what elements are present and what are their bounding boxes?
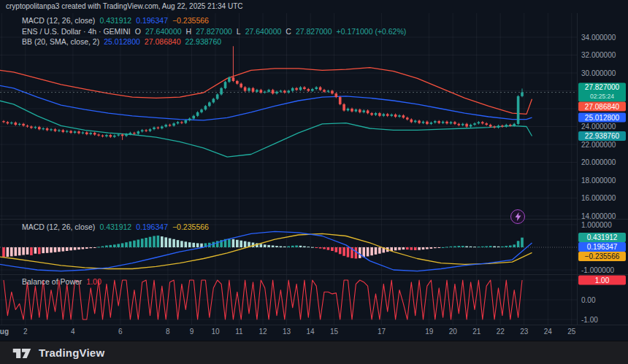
chart-svg[interactable]: Aug24689101112131415171920212223242534.0… bbox=[0, 0, 628, 341]
time-axis-label: 8 bbox=[166, 328, 170, 336]
macd-top-hist-value: 0.431912 bbox=[99, 16, 131, 25]
footer-brand-text[interactable]: TradingView bbox=[39, 346, 104, 359]
axis-badge[interactable]: 0.196347 bbox=[578, 242, 626, 252]
tradingview-logo[interactable] bbox=[12, 344, 32, 362]
time-axis-label: Aug bbox=[0, 328, 9, 336]
axis-tick-label: 22.000000 bbox=[581, 141, 616, 149]
macd-pane-signal-value: −0.235566 bbox=[172, 222, 209, 231]
bop-value: 1.00 bbox=[86, 277, 101, 286]
axis-badge[interactable]: 27.82700002:25:24 bbox=[578, 83, 626, 102]
macd-top-macd-value: 0.196347 bbox=[136, 16, 168, 25]
svg-text:−0.235566: −0.235566 bbox=[585, 252, 620, 260]
axis-tick-label: 18.000000 bbox=[581, 177, 616, 185]
time-axis-label: 17 bbox=[378, 328, 386, 336]
axis-tick-label: 14.000000 bbox=[581, 212, 616, 220]
low-label: L bbox=[237, 27, 241, 36]
macd-line[interactable] bbox=[0, 231, 532, 271]
time-axis-label: 23 bbox=[520, 328, 529, 336]
attribution-text: cryptopolitanpa3 created with TradingVie… bbox=[6, 2, 242, 10]
macd-top-legend[interactable]: MACD (12, 26, close) 0.431912 0.196347 −… bbox=[22, 16, 209, 25]
macd-pane-macd-value: 0.196347 bbox=[136, 222, 168, 231]
close-value: 27.827000 bbox=[296, 27, 332, 36]
change-value: +0.171000 (+0.62%) bbox=[337, 27, 407, 36]
countdown-text: 02:25:24 bbox=[590, 93, 614, 100]
axis-badge[interactable]: 25.012800 bbox=[578, 113, 626, 123]
symbol-title: ENS / U.S. Dollar · 4h · GEMINI bbox=[22, 27, 131, 36]
axis-badge[interactable]: 22.938760 bbox=[578, 131, 626, 141]
low-value: 27.640000 bbox=[245, 27, 282, 36]
close-label: C bbox=[286, 27, 291, 36]
svg-text:27.827000: 27.827000 bbox=[585, 83, 620, 91]
macd-pane-legend[interactable]: MACD (12, 26, close) 0.431912 0.196347 −… bbox=[22, 222, 209, 231]
svg-text:1.00: 1.00 bbox=[595, 276, 610, 284]
bb-title: BB (20, SMA, close, 2) bbox=[22, 37, 99, 46]
time-axis-label: 15 bbox=[330, 328, 339, 336]
axis-tick-label: 20.000000 bbox=[581, 158, 616, 166]
time-axis-label: 12 bbox=[259, 328, 267, 336]
time-axis-label: 19 bbox=[425, 328, 434, 336]
axis-tick-label: 0.00 bbox=[581, 296, 596, 304]
time-axis-label: 2 bbox=[23, 328, 28, 336]
open-value: 27.640000 bbox=[145, 27, 182, 36]
time-axis-label: 20 bbox=[449, 328, 458, 336]
flash-icon[interactable] bbox=[510, 209, 525, 224]
time-axis-label: 13 bbox=[283, 328, 291, 336]
axis-tick-label: -1.000000 bbox=[581, 266, 614, 274]
macd-top-title: MACD (12, 26, close) bbox=[22, 16, 95, 25]
bb-basis-value: 25.012800 bbox=[104, 37, 140, 46]
axis-badge[interactable]: 1.00 bbox=[578, 276, 626, 285]
axis-tick-label: 30.000000 bbox=[581, 69, 616, 77]
macd-pane-hist-value: 0.431912 bbox=[99, 222, 131, 231]
macd-top-signal-value: −0.235566 bbox=[172, 16, 209, 25]
time-axis-label: 11 bbox=[235, 328, 243, 336]
time-axis-label: 10 bbox=[211, 328, 220, 336]
axis-badge[interactable]: −0.235566 bbox=[578, 252, 626, 261]
svg-text:22.938760: 22.938760 bbox=[585, 132, 620, 140]
time-axis-label: 9 bbox=[190, 328, 194, 336]
lightning-bolt-icon bbox=[515, 212, 521, 221]
symbol-legend[interactable]: ENS / U.S. Dollar · 4h · GEMINI O 27.640… bbox=[22, 27, 406, 36]
svg-text:0.196347: 0.196347 bbox=[587, 243, 618, 251]
bb-upper-value: 27.086840 bbox=[145, 37, 181, 46]
open-label: O bbox=[135, 27, 141, 36]
axis-tick-label: 24.000000 bbox=[581, 123, 616, 131]
svg-text:0.431912: 0.431912 bbox=[587, 233, 618, 241]
high-value: 27.827000 bbox=[196, 27, 232, 36]
time-axis-label: 4 bbox=[71, 328, 75, 336]
bop-title: Balance of Power bbox=[22, 277, 82, 286]
svg-text:25.012800: 25.012800 bbox=[585, 114, 620, 122]
svg-text:27.086840: 27.086840 bbox=[585, 103, 620, 111]
price-axis[interactable]: 34.00000032.00000030.00000024.00000022.0… bbox=[578, 34, 626, 324]
axis-badge[interactable]: 27.086840 bbox=[578, 102, 626, 112]
time-axis-label: 25 bbox=[567, 328, 576, 336]
axis-tick-label: -1.00 bbox=[581, 316, 598, 324]
axis-tick-label: 34.000000 bbox=[581, 34, 616, 42]
time-axis-label: 14 bbox=[307, 328, 315, 336]
bop-legend[interactable]: Balance of Power 1.00 bbox=[22, 277, 102, 286]
axis-tick-label: 16.000000 bbox=[581, 194, 616, 202]
axis-tick-label: 1.000000 bbox=[581, 221, 612, 229]
high-label: H bbox=[186, 27, 192, 36]
tradingview-chart-page: cryptopolitanpa3 created with TradingVie… bbox=[0, 0, 628, 364]
time-axis-label: 6 bbox=[118, 328, 123, 336]
bb-legend[interactable]: BB (20, SMA, close, 2) 25.012800 27.0868… bbox=[22, 37, 221, 46]
time-axis[interactable]: Aug246891011121314151719202122232425 bbox=[0, 328, 576, 336]
bb-lower-value: 22.938760 bbox=[185, 37, 222, 46]
time-axis-label: 22 bbox=[497, 328, 505, 336]
time-axis-label: 21 bbox=[472, 328, 481, 336]
footer: TradingView bbox=[0, 341, 628, 364]
axis-tick-label: 32.000000 bbox=[581, 51, 616, 59]
time-axis-label: 24 bbox=[544, 328, 553, 336]
macd-pane-title: MACD (12, 26, close) bbox=[22, 222, 95, 231]
macd-signal-line[interactable] bbox=[0, 233, 532, 268]
axis-badge[interactable]: 0.431912 bbox=[578, 233, 626, 242]
